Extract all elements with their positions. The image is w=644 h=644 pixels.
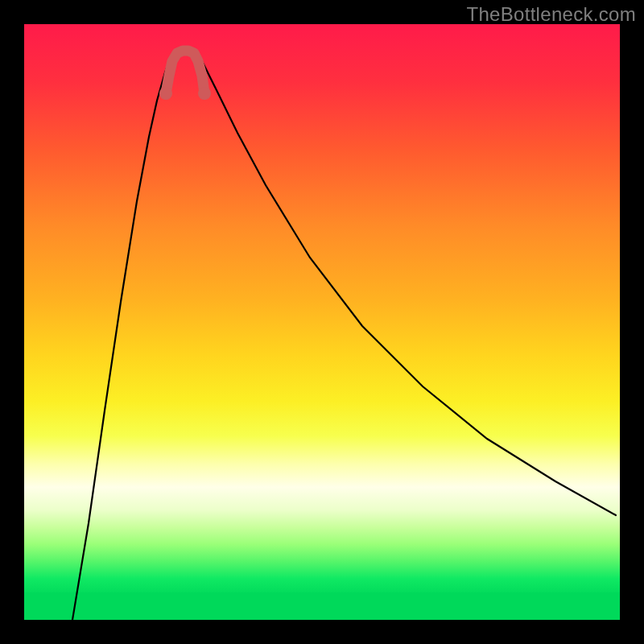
right-branch-line	[195, 52, 616, 515]
left-branch-line	[72, 52, 175, 620]
watermark-text: TheBottleneck.com	[466, 3, 636, 26]
plot-area	[24, 24, 620, 620]
valley-marker-line	[166, 51, 204, 93]
curve-layer	[24, 24, 620, 620]
valley-dot-right	[198, 87, 211, 100]
valley-dot-left	[159, 87, 172, 100]
